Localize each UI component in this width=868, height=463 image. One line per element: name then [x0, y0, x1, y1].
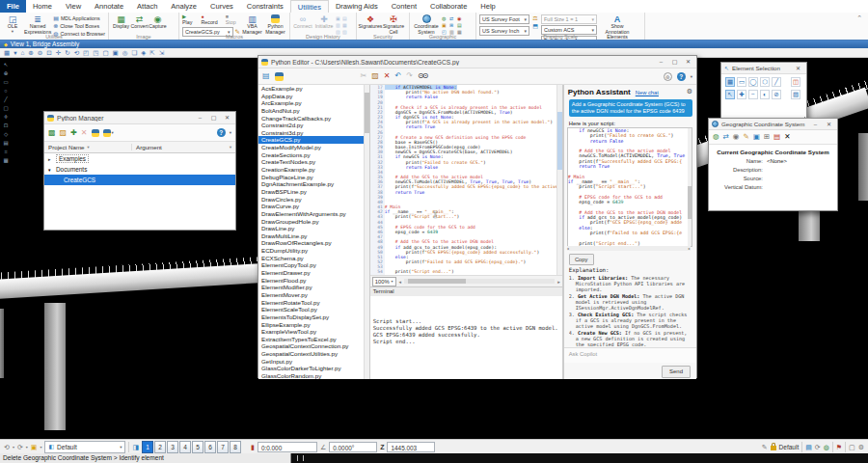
file-list-item[interactable]: Constraint2d.py — [258, 122, 369, 129]
file-list-item[interactable]: ElementModifier.py — [258, 284, 369, 291]
file-list-item[interactable]: ElementScaleTool.py — [258, 306, 369, 313]
scroll-left-icon[interactable]: ◂ — [399, 279, 402, 285]
view-toggle-button[interactable]: 6 — [204, 441, 216, 453]
active-workset-label[interactable]: Default — [779, 444, 800, 450]
scroll-left-icon[interactable]: ◂ — [567, 246, 569, 251]
file-list-item[interactable]: ElementDrawer.py — [258, 269, 369, 277]
ribbon-tab[interactable]: Attach — [130, 0, 164, 13]
ribbon-button[interactable]: ⇄Convert — [130, 14, 149, 30]
flag-icon[interactable]: ⚑ — [836, 441, 842, 453]
selection-set-icon[interactable]: ◫ — [791, 77, 800, 87]
gcs-titlebar[interactable]: Geographic Coordinate System – ✕ — [709, 119, 837, 130]
delete-icon[interactable]: ✕ — [384, 69, 391, 83]
find-icon[interactable]: ⊙⊙ — [418, 69, 426, 83]
view-tool-icon[interactable]: ⊡ — [46, 48, 51, 57]
view-toggle-button[interactable]: 5 — [192, 441, 203, 453]
file-list-item[interactable]: CreateTextNodes.py — [258, 158, 369, 166]
view-tool-icon[interactable]: ⊕ — [28, 48, 33, 57]
sync-icon[interactable]: ⟳ — [815, 441, 821, 453]
stop-button[interactable]: ■ Stop — [226, 14, 240, 25]
file-list-item[interactable]: ElementCopyTool.py — [258, 261, 369, 269]
save-icon[interactable]: ▤ — [262, 69, 270, 83]
view-tool-icon[interactable]: ◈ — [141, 48, 146, 57]
selection-mode-icon[interactable]: ◯ — [748, 77, 758, 87]
connect-button[interactable]: ∞ Connect — [293, 14, 312, 30]
undo-icon[interactable]: ↶ — [395, 69, 402, 83]
python-run-icon[interactable] — [92, 129, 99, 137]
view-tool-icon[interactable]: ◳ — [93, 48, 98, 57]
gcs-tool-icon[interactable]: ⇄ — [723, 131, 729, 143]
selection-method-icon[interactable]: ✚ — [737, 90, 746, 99]
code-editor[interactable]: 17 if ACTIVEMODEL is None:18 print("No a… — [370, 85, 562, 275]
view-toggle-button[interactable]: 4 — [179, 441, 191, 453]
assistant-code-hscrollbar[interactable]: ◂ ▸ — [567, 246, 691, 251]
file-list-item[interactable]: DrawLine.py — [258, 225, 369, 232]
maximize-button[interactable]: ▢ — [208, 113, 219, 123]
collapse-icon[interactable]: ▾ — [48, 167, 53, 173]
viewport-tool-icon[interactable]: ▦ — [3, 157, 8, 163]
close-button[interactable]: ✕ — [683, 57, 693, 67]
minimize-button[interactable]: – — [656, 57, 666, 67]
minimize-button[interactable]: – — [810, 120, 821, 129]
signatures-button[interactable]: ❖ Signatures — [360, 14, 381, 30]
undo-nav-icon[interactable]: ⟲ — [4, 441, 10, 453]
gcs-tool-icon[interactable]: ⊞ — [764, 131, 770, 143]
file-list-item[interactable]: ElementRotateTool.py — [258, 299, 369, 307]
terminal-output[interactable]: Script start...Successfully added GCS EP… — [370, 296, 562, 379]
ribbon-collapse-icon[interactable]: ⌃ — [856, 14, 862, 22]
viewport-tool-icon[interactable]: ⊕ — [4, 70, 9, 76]
element-selection-titlebar[interactable]: ↖ Element Selection ✕ — [721, 63, 806, 74]
view-tool-icon[interactable]: ▢ — [102, 48, 108, 57]
redo-icon[interactable]: ↷ — [406, 69, 413, 83]
file-list-item[interactable]: CreateModifyModel.py — [258, 144, 369, 151]
scroll-right-icon[interactable]: ▸ — [557, 279, 560, 285]
selection-mode-icon[interactable]: ╱ — [772, 77, 781, 87]
file-list-item[interactable]: ECXSchema.py — [258, 255, 369, 262]
gcs-tool-icon[interactable]: ▤ — [773, 131, 780, 143]
selection-mode-icon[interactable]: ⬡ — [760, 77, 770, 87]
selection-mode-icon[interactable]: ▭ — [737, 77, 746, 87]
ribbon-tab[interactable]: Curves — [203, 0, 240, 13]
ribbon-tab[interactable]: Utilities — [290, 0, 329, 13]
selection-method-icon[interactable]: ↖ — [725, 90, 735, 99]
sketch-icon[interactable]: ✎ — [762, 441, 768, 453]
angle-readout[interactable]: 0.0000° — [329, 442, 377, 452]
view-tool-icon[interactable]: ❏ — [131, 48, 137, 57]
selection-filter-icon[interactable]: ▨ — [791, 90, 800, 99]
view-titlebar[interactable]: ◆ View 1, Bridge Assembly — [0, 41, 868, 48]
file-list-item[interactable]: CreateSections.py — [258, 151, 369, 159]
lock-icon[interactable] — [771, 446, 776, 450]
z-readout[interactable]: 1445.003 — [387, 442, 435, 452]
viewport-tool-icon[interactable]: ╱ — [4, 96, 7, 102]
help-icon[interactable]: ? — [677, 72, 686, 81]
new-script-icon[interactable]: ▩ — [48, 126, 56, 140]
ribbon-tab[interactable]: View — [59, 0, 88, 13]
run-script-icon[interactable] — [275, 72, 284, 81]
file-list-item[interactable]: ECDumpUtility.py — [258, 247, 369, 255]
file-list-item[interactable]: DebugPlaceLine.py — [258, 174, 369, 181]
viewport-tool-icon[interactable]: ▭ — [3, 79, 8, 85]
ribbon-button[interactable]: ◉Capture — [149, 14, 167, 30]
save-status-icon[interactable]: ▤ — [805, 441, 812, 453]
view-groups-icon[interactable]: ◨ — [132, 441, 139, 453]
selection-mode-icon[interactable]: ▦ — [725, 77, 735, 87]
initialize-button[interactable]: ✚ Initialize — [314, 14, 334, 30]
assistant-code-block[interactable]: if newGCS is None: print("Failed to crea… — [567, 127, 692, 247]
column-project-name[interactable]: Project Name — [48, 144, 84, 150]
python-manager-titlebar[interactable]: Python Manager – ▢ ✕ — [44, 112, 235, 124]
assistant-code-scrollbar[interactable] — [688, 128, 692, 246]
file-list-item[interactable]: EllipseExample.py — [258, 321, 369, 329]
ribbon-tab[interactable]: Analyze — [164, 0, 203, 13]
viewport-tool-icon[interactable]: ◇ — [4, 131, 8, 137]
file-list-scrollbar[interactable] — [364, 85, 369, 379]
file-list-item[interactable]: CreationExample.py — [258, 166, 369, 174]
viewport-tool-icon[interactable]: ○ — [4, 88, 7, 94]
file-list-item[interactable]: ArcExample.py — [258, 99, 369, 107]
file-list-item[interactable]: ElementsToDisplaySet.py — [258, 313, 369, 321]
coordinate-readout[interactable]: 0:0.000 — [258, 442, 317, 452]
gear-icon[interactable]: ⚙ — [687, 88, 692, 95]
ribbon-tab[interactable]: Help — [474, 0, 502, 13]
paste-icon[interactable]: ▨ — [371, 69, 379, 83]
viewport-tool-icon[interactable]: ▤ — [3, 140, 8, 146]
add-folder-icon[interactable]: ✚ — [70, 126, 77, 140]
